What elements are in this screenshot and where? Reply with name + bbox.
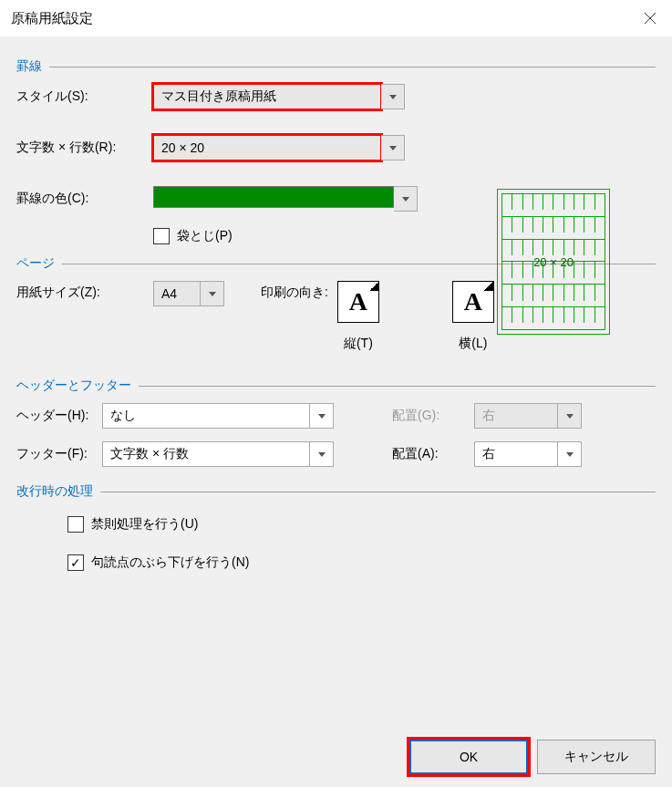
orientation-landscape-label: 横(L)	[459, 336, 487, 352]
header-label: ヘッダー(H):	[16, 408, 102, 424]
burasage-label: 句読点のぶら下げを行う(N)	[91, 554, 249, 571]
section-lb-label: 改行時の処理	[16, 483, 93, 500]
papersize-combo[interactable]: A4	[153, 281, 224, 306]
header-align-value: 右	[474, 403, 558, 429]
color-swatch	[153, 186, 394, 208]
landscape-icon: A	[464, 287, 482, 316]
ok-button-highlight: OK	[409, 740, 528, 774]
chevron-down-icon	[566, 452, 574, 457]
dialog-title: 原稿用紙設定	[11, 10, 93, 27]
footer-combo-button[interactable]	[310, 441, 334, 467]
close-button[interactable]	[637, 5, 663, 31]
papersize-combo-button[interactable]	[201, 281, 224, 306]
footer-combo[interactable]: 文字数 × 行数	[102, 441, 334, 467]
style-label: スタイル(S):	[16, 88, 153, 105]
titlebar: 原稿用紙設定	[0, 0, 672, 36]
chevron-down-icon	[566, 414, 574, 419]
header-value: なし	[102, 403, 310, 429]
section-hf-label: ヘッダーとフッター	[16, 378, 131, 394]
kinsoku-label: 禁則処理を行う(U)	[91, 516, 198, 533]
checkbox-icon	[67, 516, 84, 533]
header-align-combo-button	[558, 403, 582, 429]
chevron-down-icon	[209, 292, 216, 296]
orientation-landscape[interactable]: A	[452, 281, 494, 323]
chars-combo-button[interactable]	[381, 135, 405, 161]
grid-preview: 20 × 20	[497, 189, 610, 335]
section-grid-label: 罫線	[16, 58, 42, 75]
bookfold-label: 袋とじ(P)	[177, 228, 233, 244]
chars-label: 文字数 × 行数(R):	[16, 140, 153, 156]
chevron-down-icon	[389, 95, 397, 99]
section-grid: 罫線	[16, 58, 656, 75]
section-lb: 改行時の処理	[16, 483, 656, 500]
section-page-label: ページ	[16, 255, 55, 272]
cancel-button[interactable]: キャンセル	[537, 740, 656, 774]
header-align-combo: 右	[474, 403, 582, 429]
header-align-label: 配置(G):	[392, 408, 474, 424]
chevron-down-icon	[402, 197, 409, 202]
footer-align-combo-button[interactable]	[558, 441, 582, 467]
footer-align-value: 右	[474, 441, 558, 467]
footer-align-label: 配置(A):	[392, 446, 474, 462]
checkbox-icon	[153, 228, 170, 244]
section-hf: ヘッダーとフッター	[16, 378, 656, 394]
style-value: マス目付き原稿用紙	[153, 84, 381, 109]
ok-button-label: OK	[460, 750, 478, 764]
color-label: 罫線の色(C):	[16, 191, 153, 207]
chevron-down-icon	[318, 452, 326, 457]
footer-align-combo[interactable]: 右	[474, 441, 582, 467]
burasage-checkbox[interactable]: 句読点のぶら下げを行う(N)	[67, 554, 656, 571]
chevron-down-icon	[389, 146, 397, 150]
cancel-button-label: キャンセル	[564, 749, 628, 765]
close-icon	[644, 12, 656, 25]
chars-combo[interactable]: 20 × 20	[153, 135, 405, 161]
style-combo[interactable]: マス目付き原稿用紙	[153, 84, 405, 109]
footer-value: 文字数 × 行数	[102, 441, 310, 467]
papersize-label: 用紙サイズ(Z):	[16, 281, 153, 301]
portrait-icon: A	[349, 287, 367, 316]
ok-button[interactable]: OK	[409, 740, 528, 774]
kinsoku-checkbox[interactable]: 禁則処理を行う(U)	[67, 516, 656, 533]
papersize-value: A4	[153, 281, 201, 306]
color-combo-button[interactable]	[394, 186, 418, 212]
style-combo-button[interactable]	[381, 84, 405, 109]
footer-label: フッター(F):	[16, 446, 102, 462]
header-combo[interactable]: なし	[102, 403, 334, 429]
bookfold-checkbox[interactable]: 袋とじ(P)	[153, 228, 233, 244]
header-combo-button[interactable]	[310, 403, 334, 429]
orientation-label: 印刷の向き:	[261, 281, 328, 301]
chevron-down-icon	[318, 414, 326, 419]
orientation-portrait[interactable]: A	[337, 281, 379, 323]
color-combo[interactable]	[153, 186, 418, 212]
checkbox-checked-icon	[67, 554, 84, 571]
orientation-portrait-label: 縦(T)	[344, 336, 373, 352]
chars-value: 20 × 20	[153, 135, 381, 161]
